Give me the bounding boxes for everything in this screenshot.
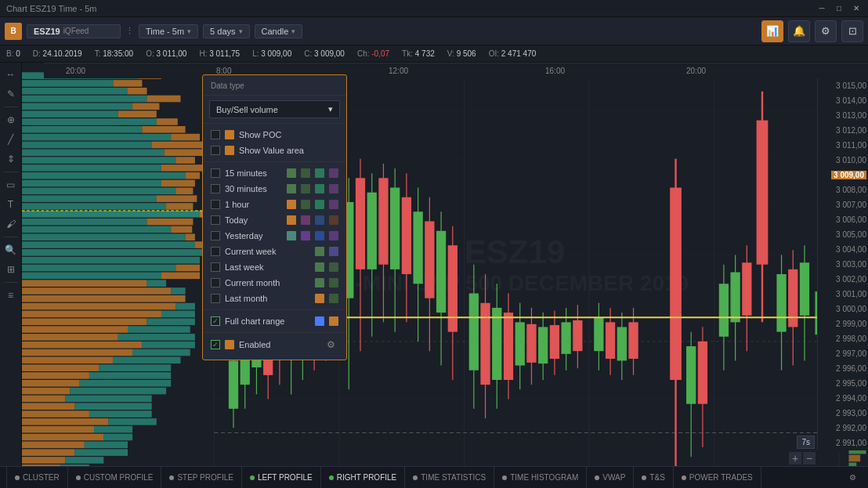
full-range-color1[interactable] [315,316,324,326]
bb-power-trades[interactable]: POWER TRADES [674,467,761,488]
today-checkbox[interactable] [211,215,220,225]
chart-type-selector[interactable]: Candle ▾ [255,24,303,38]
bb-time-statistics[interactable]: TIME STATISTICS [405,467,494,488]
text-tool[interactable]: T [2,196,20,213]
row-1hour[interactable]: 1 hour [203,197,346,212]
alert-button[interactable]: 🔔 [788,20,810,42]
window-controls[interactable]: ─ □ ✕ [816,3,862,14]
show-poc-checkbox[interactable] [211,130,220,139]
measure-tool[interactable]: ⇕ [2,150,20,168]
full-chart-range-checkbox[interactable]: ✓ [211,316,220,326]
row-current-week[interactable]: Current week [203,244,346,259]
expand-button[interactable]: ⊡ [841,20,863,42]
bb-vwap[interactable]: VWAP [587,467,634,488]
today-color4[interactable] [329,215,338,225]
symbol-selector[interactable]: ESZ19 iQFeed [27,24,121,38]
15min-color3[interactable] [315,168,324,178]
last-month-color2[interactable] [329,294,338,303]
row-30min[interactable]: 30 minutes [203,181,346,197]
show-value-area-row[interactable]: Show Value area [203,143,346,158]
zoom-controls[interactable]: + − [787,450,817,466]
bb-cluster[interactable]: CLUSTER [6,467,68,488]
1hour-color2[interactable] [301,200,310,209]
rect-tool[interactable]: ▭ [2,176,20,193]
panel-settings-button[interactable]: ⚙ [323,337,338,352]
15min-color4[interactable] [329,168,338,178]
30min-color1[interactable] [287,184,296,193]
minimize-button[interactable]: ─ [816,3,827,14]
row-yesterday[interactable]: Yesterday [203,228,346,244]
15min-color1[interactable] [287,168,296,178]
current-week-color2[interactable] [329,247,338,256]
last-week-color2[interactable] [329,262,338,272]
zoom-in-button[interactable]: + [789,452,801,465]
cursor-tool[interactable]: ↔ [2,66,20,83]
bb-right-profile[interactable]: RIGHT PROFILE [321,467,406,488]
settings-button[interactable]: ⚙ [815,20,837,42]
30min-checkbox[interactable] [211,184,220,193]
row-last-month[interactable]: Last month [203,291,346,306]
data-type-select[interactable]: Buy/Sell volume ▾ [209,100,340,118]
yesterday-color1[interactable] [287,231,296,240]
yesterday-color2[interactable] [301,231,310,240]
current-month-color1[interactable] [315,278,324,287]
1hour-color4[interactable] [329,200,338,209]
bb-ts[interactable]: T&S [634,467,673,488]
last-week-color1[interactable] [315,262,324,272]
row-current-month[interactable]: Current month [203,275,346,291]
15min-color2[interactable] [301,168,310,178]
trend-tool[interactable]: ╱ [2,131,20,148]
30min-color3[interactable] [315,184,324,193]
indicator-button[interactable]: 📊 [761,20,783,42]
symbol-menu-button[interactable]: ⋮ [125,26,134,36]
enabled-color-swatch[interactable] [225,340,234,349]
row-15min[interactable]: 15 minutes [203,165,346,181]
today-color3[interactable] [315,215,324,225]
yesterday-checkbox[interactable] [211,231,220,240]
maximize-button[interactable]: □ [834,3,844,14]
settings-tool[interactable]: ≡ [2,287,20,304]
row-today[interactable]: Today [203,212,346,228]
bb-custom-profile[interactable]: CUSTOM PROFILE [68,467,162,488]
close-button[interactable]: ✕ [851,3,862,14]
zoom-tool[interactable]: 🔍 [2,241,20,258]
poc-color-swatch[interactable] [225,130,234,139]
yesterday-color4[interactable] [329,231,338,240]
30min-color2[interactable] [301,184,310,193]
last-week-checkbox[interactable] [211,262,220,272]
bb-time-histogram[interactable]: TIME HISTOGRAM [494,467,587,488]
timeframe-selector[interactable]: Time - 5m ▾ [139,24,198,38]
enabled-checkbox[interactable]: ✓ [211,340,220,349]
30min-color4[interactable] [329,184,338,193]
grid-tool[interactable]: ⊞ [2,261,20,278]
current-month-checkbox[interactable] [211,278,220,287]
bb-step-profile[interactable]: STEP PROFILE [161,467,242,488]
value-area-color-swatch[interactable] [225,146,234,155]
bb-left-profile[interactable]: LEFT PROFILE [242,467,321,488]
today-color2[interactable] [301,215,310,225]
15min-checkbox[interactable] [211,168,220,178]
show-poc-row[interactable]: Show POC [203,127,346,143]
show-value-area-checkbox[interactable] [211,146,220,155]
svg-rect-98 [22,457,65,464]
draw-tool[interactable]: ✎ [2,85,20,103]
current-week-color1[interactable] [315,247,324,256]
row-full-chart-range[interactable]: ✓ Full chart range [203,313,346,329]
1hour-color3[interactable] [315,200,324,209]
last-month-color1[interactable] [315,294,324,303]
current-month-color2[interactable] [329,278,338,287]
yesterday-color3[interactable] [315,231,324,240]
row-last-week[interactable]: Last week [203,259,346,275]
1hour-checkbox[interactable] [211,200,220,209]
last-month-checkbox[interactable] [211,294,220,303]
brush-tool[interactable]: 🖌 [2,215,20,233]
current-week-checkbox[interactable] [211,247,220,256]
bottom-bar-settings[interactable]: ⚙ [843,468,862,487]
today-color1[interactable] [287,215,296,225]
full-range-color2[interactable] [329,316,338,326]
range-selector[interactable]: 5 days ▾ [203,24,249,38]
price-scale-labels: 3 016,00 3 015,00 3 014,00 3 013,00 3 01… [818,63,868,450]
1hour-color1[interactable] [287,200,296,209]
crosshair-tool[interactable]: ⊕ [2,111,20,128]
zoom-out-button[interactable]: − [803,452,816,465]
